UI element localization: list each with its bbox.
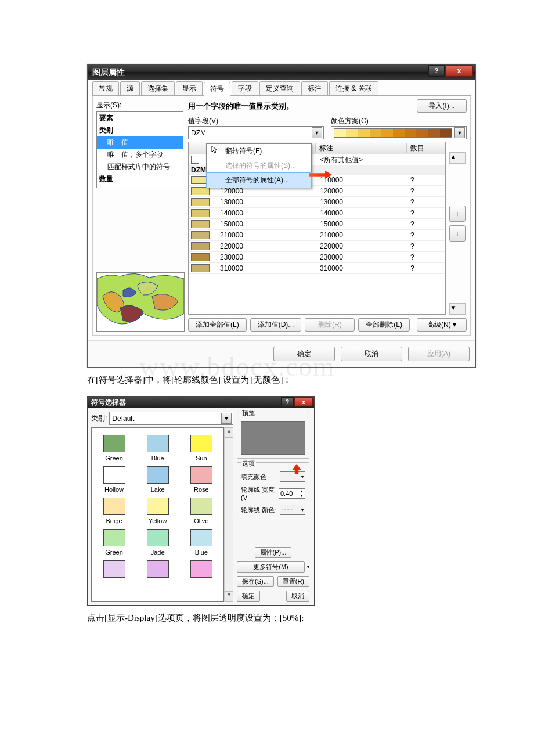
help-button[interactable]: ? [428, 65, 445, 77]
add-values-button[interactable]: 添加值(D)... [250, 318, 302, 332]
symbol-cell[interactable]: Blue [186, 529, 217, 556]
symbol-swatch [190, 466, 212, 484]
outline-width-input[interactable] [279, 489, 298, 498]
table-row[interactable]: 140000140000? [189, 208, 445, 219]
cancel-button[interactable]: 取消 [341, 347, 402, 361]
scroll-down-icon[interactable]: ▼ [449, 303, 466, 315]
table-row[interactable]: 150000150000? [189, 219, 445, 230]
tree-unique-values[interactable]: 唯一值 [97, 136, 183, 149]
advanced-button[interactable]: 高级(N) ▾ [417, 318, 467, 332]
row-count: ? [407, 264, 445, 272]
fill-color-button[interactable]: ▾ [280, 471, 305, 482]
move-up-button[interactable]: ↑ [449, 206, 466, 222]
category-dropdown[interactable]: Default ▼ [109, 412, 233, 425]
outline-width-spinner[interactable]: ▴▾ [279, 488, 305, 499]
symbol-cell[interactable]: Green [99, 435, 129, 462]
chevron-down-icon: ▼ [221, 413, 232, 424]
row-label: 230000 [316, 253, 407, 261]
move-down-button[interactable]: ↓ [449, 225, 466, 242]
symbol-cell[interactable]: Beige [99, 498, 129, 524]
menu-all-symbol-props[interactable]: 全部符号的属性(A)... [207, 173, 311, 188]
cancel-button[interactable]: 取消 [286, 591, 309, 602]
tree-features[interactable]: 要素 [97, 112, 183, 124]
symbol-cell[interactable] [186, 560, 217, 580]
scroll-up-icon[interactable]: ▲ [225, 427, 233, 438]
tab-labels[interactable]: 标注 [301, 81, 328, 95]
symbol-name: Sun [196, 455, 207, 462]
table-row[interactable]: 220000220000? [189, 241, 445, 252]
ok-button[interactable]: 确定 [273, 347, 335, 361]
tab-general[interactable]: 常规 [92, 81, 119, 95]
import-button[interactable]: 导入(I)... [417, 99, 467, 113]
tab-selection[interactable]: 选择集 [141, 81, 175, 95]
symbol-swatch[interactable] [191, 187, 210, 195]
tree-categories[interactable]: 类别 [97, 124, 183, 136]
tab-symbology[interactable]: 符号 [204, 82, 230, 96]
symbol-swatch[interactable] [191, 220, 210, 228]
remove-all-button[interactable]: 全部删除(L) [358, 318, 410, 332]
properties-button[interactable]: 属性(P)... [255, 547, 292, 558]
symbol-cell[interactable]: Olive [186, 498, 217, 524]
symbol-swatch[interactable] [191, 264, 210, 272]
symbol-swatch[interactable] [191, 242, 210, 250]
show-tree[interactable]: 要素 类别 唯一值 唯一值，多个字段 匹配样式库中的符号 数量 图表 多个属性 [96, 111, 183, 188]
row-count: ? [407, 198, 445, 206]
symbol-cell[interactable]: Sun [186, 435, 217, 462]
close-button[interactable]: x [294, 397, 313, 406]
symbol-cell[interactable] [99, 560, 129, 580]
tab-fields[interactable]: 字段 [232, 81, 258, 95]
values-table: 值 标注 数目 <所有其他值> <所有其他值> D [188, 142, 446, 315]
symbol-cell[interactable]: Lake [142, 466, 173, 493]
color-ramp-dropdown[interactable]: ▼ [331, 126, 467, 139]
symbol-cell[interactable]: Jade [142, 529, 173, 556]
table-row[interactable]: 130000130000? [189, 197, 445, 208]
ok-button[interactable]: 确定 [237, 591, 260, 602]
scroll-down-icon[interactable]: ▼ [225, 591, 233, 602]
tab-source[interactable]: 源 [120, 81, 140, 95]
value-field-dropdown[interactable]: DZM ▼ [188, 126, 324, 139]
reset-button[interactable]: 重置(R) [277, 576, 309, 587]
tab-joins[interactable]: 连接 & 关联 [329, 81, 378, 95]
symbol-name: Beige [106, 517, 122, 524]
row-count: ? [407, 209, 445, 217]
symbol-swatch[interactable] [191, 198, 210, 206]
value-field-label: 值字段(V) [188, 116, 324, 126]
symbol-cell[interactable]: Blue [142, 435, 173, 462]
symbol-name: Green [105, 455, 123, 462]
close-button[interactable]: x [445, 65, 473, 77]
symbol-cell[interactable]: Hollow [99, 466, 129, 493]
symbol-swatch[interactable] [191, 209, 210, 217]
symbol-swatch[interactable] [191, 231, 210, 239]
table-row[interactable]: 210000210000? [189, 230, 445, 241]
checkbox-icon[interactable] [191, 156, 199, 164]
save-button[interactable]: 保存(S)... [237, 576, 274, 587]
scroll-up-icon[interactable]: ▲ [449, 152, 466, 164]
tab-defquery[interactable]: 定义查询 [259, 81, 300, 95]
outline-color-button[interactable]: ▾ [280, 505, 305, 515]
help-button[interactable]: ? [281, 397, 294, 406]
category-value: Default [112, 415, 134, 423]
symbol-swatch [103, 466, 125, 484]
tree-match-style[interactable]: 匹配样式库中的符号 [97, 161, 183, 173]
row-value: 220000 [217, 242, 316, 250]
more-symbols-button[interactable]: 更多符号(M) [237, 561, 305, 573]
symbol-swatch [147, 435, 169, 452]
table-row[interactable]: 230000230000? [189, 252, 445, 263]
symbol-grid[interactable]: GreenBlueSunHollowLakeRoseBeigeYellowOli… [91, 427, 224, 602]
chevron-down-icon: ▼ [454, 127, 465, 138]
tab-display[interactable]: 显示 [176, 81, 203, 95]
symbol-cell[interactable]: Yellow [142, 498, 173, 524]
symbol-cell[interactable]: Green [99, 529, 129, 556]
tree-unique-values-many[interactable]: 唯一值，多个字段 [97, 149, 183, 161]
table-row[interactable]: 310000310000? [189, 263, 445, 274]
symbol-cell[interactable] [142, 560, 173, 580]
tab-strip: 常规 源 选择集 显示 符号 字段 定义查询 标注 连接 & 关联 [92, 82, 471, 96]
add-all-values-button[interactable]: 添加全部值(L) [188, 318, 247, 332]
tree-quantities[interactable]: 数量 [97, 173, 183, 185]
cursor-icon [211, 146, 219, 154]
symbol-swatch[interactable] [191, 253, 210, 261]
symbol-cell[interactable]: Rose [186, 466, 217, 493]
show-label: 显示(S): [96, 100, 183, 110]
menu-flip-symbols[interactable]: 翻转符号(F) [207, 144, 311, 159]
dialog-title: 图层属性 [92, 67, 125, 78]
